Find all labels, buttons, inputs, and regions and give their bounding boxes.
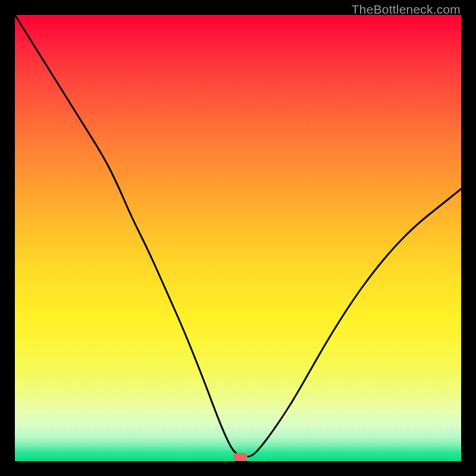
optimum-marker [233,453,248,461]
curve-layer [15,15,461,461]
chart-stage: TheBottleneck.com [0,0,476,476]
plot-area [15,15,461,461]
watermark-label: TheBottleneck.com [352,2,461,17]
bottleneck-curve [15,15,461,457]
